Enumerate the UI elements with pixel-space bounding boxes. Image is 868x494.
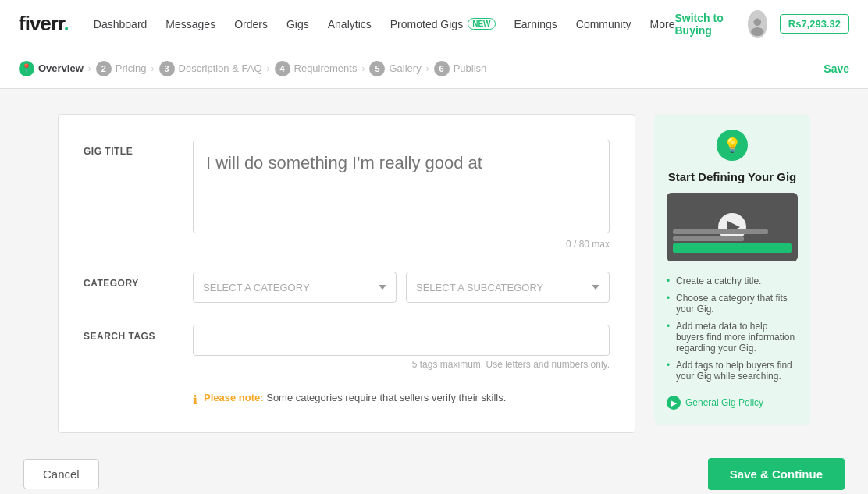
- form-panel: GIG TITLE 0 / 80 max CATEGORY SELECT A C…: [58, 114, 635, 433]
- svg-point-2: [751, 27, 763, 36]
- thumb-bar-1: [673, 229, 768, 234]
- breadcrumb-step-publish[interactable]: 6 Publish: [434, 61, 487, 76]
- step-num-5: 5: [369, 61, 385, 76]
- save-continue-button[interactable]: Save & Continue: [708, 458, 845, 490]
- notice-icon: ℹ: [193, 393, 197, 407]
- bottom-bar: Cancel Save & Continue: [5, 458, 863, 494]
- nav-analytics[interactable]: Analytics: [328, 18, 372, 30]
- breadcrumb-arrow-2: ›: [151, 63, 155, 74]
- nav-promoted-gigs[interactable]: Promoted Gigs: [390, 18, 463, 30]
- policy-icon: ▶: [667, 396, 681, 410]
- green-bar: [673, 243, 792, 253]
- char-count: 0 / 80 max: [193, 239, 610, 250]
- nav-dashboard[interactable]: Dashboard: [94, 18, 148, 30]
- thumb-bar-2: [673, 236, 744, 241]
- navbar: fiverr. Dashboard Messages Orders Gigs A…: [0, 0, 868, 48]
- switch-buying-button[interactable]: Switch to Buying: [674, 12, 735, 37]
- gig-title-input[interactable]: [193, 140, 610, 233]
- logo-text: fiverr: [19, 12, 64, 35]
- nav-more[interactable]: More: [650, 18, 675, 30]
- step-num-6: 6: [434, 61, 450, 76]
- gig-title-control: 0 / 80 max: [193, 140, 610, 250]
- main-content: GIG TITLE 0 / 80 max CATEGORY SELECT A C…: [5, 89, 863, 458]
- lightbulb-icon: 💡: [717, 130, 748, 161]
- tip-item-4: Add tags to help buyers find your Gig wh…: [667, 357, 798, 385]
- breadcrumb-arrow-4: ›: [361, 63, 365, 74]
- location-icon: 📍: [19, 61, 34, 76]
- category-label: CATEGORY: [84, 272, 193, 289]
- balance-badge[interactable]: Rs7,293.32: [780, 14, 849, 34]
- nav-promoted-gigs-wrapper[interactable]: Promoted Gigs NEW: [390, 18, 496, 30]
- breadcrumb-steps: 📍 Overview › 2 Pricing › 3 Description &…: [19, 61, 486, 76]
- breadcrumb-step-requirements[interactable]: 4 Requirements: [275, 61, 358, 76]
- tip-video-thumb[interactable]: [667, 193, 798, 261]
- nav-links: Dashboard Messages Orders Gigs Analytics…: [94, 18, 675, 30]
- breadcrumb-step-faq[interactable]: 3 Description & FAQ: [159, 61, 262, 76]
- breadcrumb-step-overview[interactable]: 📍 Overview: [19, 61, 84, 76]
- gig-title-label: GIG TITLE: [84, 140, 193, 157]
- policy-label: General Gig Policy: [685, 397, 763, 408]
- search-tags-row: SEARCH TAGS 5 tags maximum. Use letters …: [84, 325, 610, 370]
- nav-community[interactable]: Community: [576, 18, 631, 30]
- category-control: SELECT A CATEGORY SELECT A SUBCATEGORY: [193, 272, 610, 303]
- notice-box: ℹ Please note: Some categories require t…: [84, 392, 610, 407]
- tip-icon-wrap: 💡: [667, 130, 798, 161]
- breadcrumb-arrow-5: ›: [426, 63, 429, 74]
- cancel-button[interactable]: Cancel: [23, 459, 99, 489]
- avatar[interactable]: [748, 10, 767, 38]
- breadcrumb-step-gallery[interactable]: 5 Gallery: [369, 61, 421, 76]
- search-tags-control: 5 tags maximum. Use letters and numbers …: [193, 325, 610, 370]
- navbar-right: Switch to Buying Rs7,293.32: [674, 10, 849, 38]
- notice-bold: Please note:: [204, 392, 264, 403]
- nav-earnings[interactable]: Earnings: [514, 18, 557, 30]
- tip-item-3: Add meta data to help buyers find more i…: [667, 318, 798, 357]
- category-select[interactable]: SELECT A CATEGORY: [193, 272, 397, 303]
- subcategory-select[interactable]: SELECT A SUBCATEGORY: [406, 272, 610, 303]
- svg-point-1: [754, 18, 762, 26]
- save-link[interactable]: Save: [824, 62, 849, 75]
- breadcrumb-arrow-3: ›: [267, 63, 270, 74]
- nav-gigs[interactable]: Gigs: [286, 18, 309, 30]
- category-selects: SELECT A CATEGORY SELECT A SUBCATEGORY: [193, 272, 610, 303]
- gig-title-row: GIG TITLE 0 / 80 max: [84, 140, 610, 250]
- category-row: CATEGORY SELECT A CATEGORY SELECT A SUBC…: [84, 272, 610, 303]
- new-badge: NEW: [468, 18, 495, 30]
- notice-text: Please note: Some categories require tha…: [204, 392, 506, 403]
- breadcrumb-bar: 📍 Overview › 2 Pricing › 3 Description &…: [0, 48, 868, 89]
- step-num-3: 3: [159, 61, 175, 76]
- thumb-bars: [667, 221, 798, 261]
- tags-input[interactable]: [193, 325, 610, 356]
- nav-messages[interactable]: Messages: [165, 18, 215, 30]
- sidebar-panel: 💡 Start Defining Your Gig Create a catch…: [654, 114, 810, 433]
- tip-title: Start Defining Your Gig: [667, 170, 798, 183]
- step-num-2: 2: [96, 61, 112, 76]
- tip-item-2: Choose a category that fits your Gig.: [667, 290, 798, 318]
- search-tags-label: SEARCH TAGS: [84, 325, 193, 342]
- breadcrumb-step-pricing[interactable]: 2 Pricing: [96, 61, 147, 76]
- tip-item-1: Create a catchy title.: [667, 272, 798, 290]
- tags-hint: 5 tags maximum. Use letters and numbers …: [193, 359, 610, 370]
- logo[interactable]: fiverr.: [19, 12, 69, 36]
- step-num-4: 4: [275, 61, 290, 76]
- tip-card: 💡 Start Defining Your Gig Create a catch…: [654, 114, 810, 425]
- policy-link[interactable]: ▶ General Gig Policy: [667, 396, 798, 410]
- tip-list: Create a catchy title. Choose a category…: [667, 272, 798, 385]
- breadcrumb-arrow-1: ›: [88, 63, 91, 74]
- nav-orders[interactable]: Orders: [234, 18, 268, 30]
